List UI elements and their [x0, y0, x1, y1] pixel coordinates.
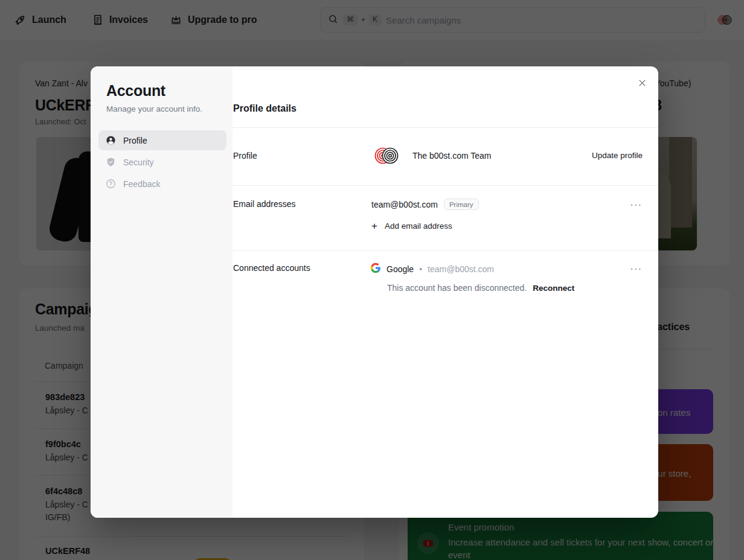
sidebar-item-label: Profile [123, 136, 147, 145]
team-name: The b00st.com Team [412, 151, 491, 161]
reconnect-button[interactable]: Reconnect [533, 284, 574, 293]
question-circle-icon [106, 179, 116, 189]
sidebar-item-feedback[interactable]: Feedback [98, 174, 226, 194]
google-icon [370, 262, 381, 276]
provider-name: Google [386, 264, 414, 274]
panel-title: Profile details [233, 103, 297, 114]
plus-icon: + [371, 221, 377, 231]
modal-title: Account [106, 82, 165, 100]
add-email-label: Add email address [385, 221, 452, 231]
connected-account-entry: Google • team@b00st.com [370, 262, 494, 276]
screen: Launch Invoices Upgrade to pro ⌘ + K [0, 0, 744, 560]
profile-row-label: Profile [233, 151, 257, 161]
connected-row-label: Connected accounts [233, 263, 310, 273]
connected-menu-icon[interactable]: ··· [630, 264, 643, 274]
sidebar-item-profile[interactable]: Profile [98, 130, 226, 150]
sidebar-item-security[interactable]: Security [98, 152, 226, 172]
email-address: team@b00st.com [371, 200, 438, 209]
email-menu-icon[interactable]: ··· [630, 200, 643, 210]
dot-separator: • [419, 264, 422, 274]
section-divider [232, 250, 658, 251]
disconnected-status: This account has been disconnected. Reco… [387, 283, 574, 293]
user-circle-icon [106, 135, 116, 145]
connected-email: team@b00st.com [428, 264, 494, 274]
modal-subtitle: Manage your account info. [106, 104, 202, 113]
disconnected-message: This account has been disconnected. [387, 283, 527, 293]
shield-icon [106, 157, 116, 167]
modal-nav: Profile Security Feedback [98, 130, 226, 194]
sidebar-item-label: Security [123, 158, 154, 167]
account-modal: Account Manage your account info. Profil… [91, 66, 658, 518]
email-entry: team@b00st.com Primary [371, 199, 479, 210]
email-row-label: Email addresses [233, 199, 296, 209]
update-profile-button[interactable]: Update profile [592, 151, 643, 160]
primary-badge: Primary [444, 199, 479, 210]
close-icon[interactable] [633, 74, 651, 92]
add-email-button[interactable]: + Add email address [371, 221, 452, 231]
section-divider [232, 185, 658, 186]
modal-sidebar: Account Manage your account info. Profil… [91, 66, 232, 518]
section-divider [232, 127, 658, 128]
team-avatar [373, 142, 400, 170]
sidebar-item-label: Feedback [123, 179, 160, 189]
